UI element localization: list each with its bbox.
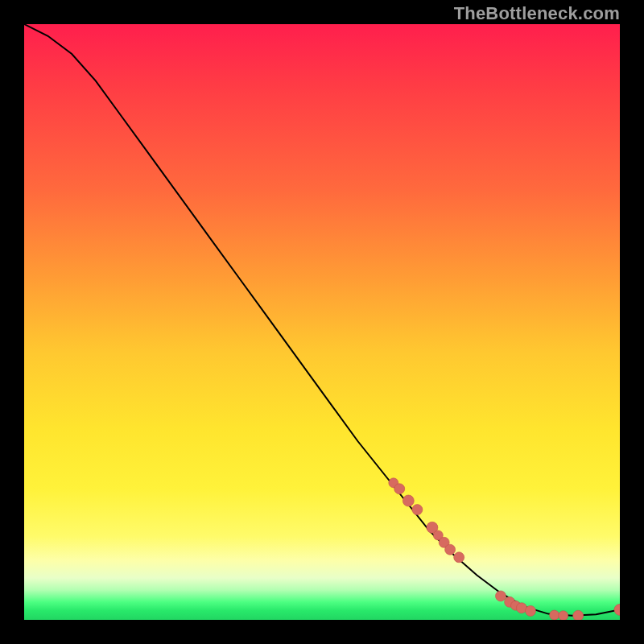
plot-area bbox=[24, 24, 620, 620]
watermark-text: TheBottleneck.com bbox=[454, 3, 620, 24]
chart-stage: TheBottleneck.com bbox=[0, 0, 644, 644]
gradient-background bbox=[24, 24, 620, 620]
